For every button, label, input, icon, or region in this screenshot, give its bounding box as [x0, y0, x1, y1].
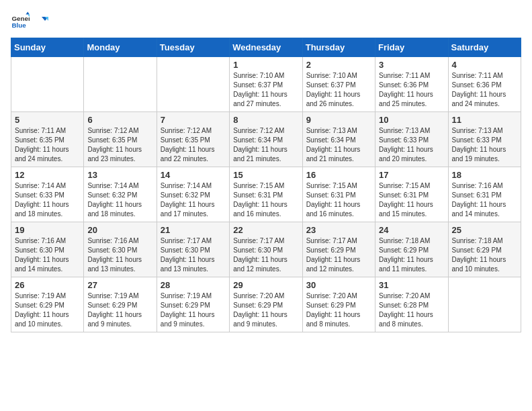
day-number: 29 — [233, 280, 298, 290]
weekday-header-tuesday: Tuesday — [157, 38, 229, 57]
calendar-cell: 28Sunrise: 7:19 AM Sunset: 6:29 PM Dayli… — [157, 277, 229, 332]
day-number: 23 — [306, 225, 371, 235]
day-info: Sunrise: 7:17 AM Sunset: 6:30 PM Dayligh… — [161, 236, 226, 274]
calendar-cell: 3Sunrise: 7:11 AM Sunset: 6:36 PM Daylig… — [375, 57, 448, 112]
day-number: 24 — [379, 225, 444, 235]
day-number: 27 — [87, 280, 152, 290]
calendar-cell: 27Sunrise: 7:19 AM Sunset: 6:29 PM Dayli… — [84, 277, 157, 332]
calendar-cell: 6Sunrise: 7:12 AM Sunset: 6:35 PM Daylig… — [84, 112, 157, 167]
day-info: Sunrise: 7:11 AM Sunset: 6:36 PM Dayligh… — [452, 71, 517, 109]
day-info: Sunrise: 7:20 AM Sunset: 6:28 PM Dayligh… — [379, 291, 444, 329]
calendar-cell: 31Sunrise: 7:20 AM Sunset: 6:28 PM Dayli… — [375, 277, 448, 332]
week-row-3: 12Sunrise: 7:14 AM Sunset: 6:33 PM Dayli… — [11, 167, 521, 222]
day-info: Sunrise: 7:14 AM Sunset: 6:32 PM Dayligh… — [161, 181, 226, 219]
calendar-cell: 16Sunrise: 7:15 AM Sunset: 6:31 PM Dayli… — [302, 167, 375, 222]
day-info: Sunrise: 7:17 AM Sunset: 6:29 PM Dayligh… — [306, 236, 371, 274]
calendar-cell: 25Sunrise: 7:18 AM Sunset: 6:29 PM Dayli… — [448, 222, 521, 277]
day-info: Sunrise: 7:11 AM Sunset: 6:35 PM Dayligh… — [15, 126, 80, 164]
logo: General Blue — [11, 11, 48, 30]
calendar-cell: 12Sunrise: 7:14 AM Sunset: 6:33 PM Dayli… — [11, 167, 84, 222]
day-info: Sunrise: 7:15 AM Sunset: 6:31 PM Dayligh… — [233, 181, 298, 219]
day-info: Sunrise: 7:11 AM Sunset: 6:36 PM Dayligh… — [379, 71, 444, 109]
calendar-cell — [448, 277, 521, 332]
weekday-header-friday: Friday — [375, 38, 448, 57]
calendar-cell: 24Sunrise: 7:18 AM Sunset: 6:29 PM Dayli… — [375, 222, 448, 277]
day-number: 14 — [161, 170, 226, 180]
day-info: Sunrise: 7:18 AM Sunset: 6:29 PM Dayligh… — [452, 236, 517, 274]
day-info: Sunrise: 7:14 AM Sunset: 6:33 PM Dayligh… — [15, 181, 80, 219]
logo-bird-icon — [34, 14, 48, 29]
day-info: Sunrise: 7:16 AM Sunset: 6:31 PM Dayligh… — [452, 181, 517, 219]
calendar-cell — [11, 57, 84, 112]
weekday-header-row: SundayMondayTuesdayWednesdayThursdayFrid… — [11, 38, 521, 57]
day-number: 6 — [87, 115, 152, 125]
calendar-cell: 10Sunrise: 7:13 AM Sunset: 6:33 PM Dayli… — [375, 112, 448, 167]
day-number: 13 — [87, 170, 152, 180]
day-number: 25 — [452, 225, 517, 235]
calendar-cell: 13Sunrise: 7:14 AM Sunset: 6:32 PM Dayli… — [84, 167, 157, 222]
day-number: 28 — [161, 280, 226, 290]
calendar-cell: 4Sunrise: 7:11 AM Sunset: 6:36 PM Daylig… — [448, 57, 521, 112]
day-number: 10 — [379, 115, 444, 125]
day-number: 20 — [87, 225, 152, 235]
week-row-5: 26Sunrise: 7:19 AM Sunset: 6:29 PM Dayli… — [11, 277, 521, 332]
weekday-header-thursday: Thursday — [302, 38, 375, 57]
week-row-2: 5Sunrise: 7:11 AM Sunset: 6:35 PM Daylig… — [11, 112, 521, 167]
day-info: Sunrise: 7:19 AM Sunset: 6:29 PM Dayligh… — [87, 291, 152, 329]
weekday-header-monday: Monday — [84, 38, 157, 57]
calendar-cell: 30Sunrise: 7:20 AM Sunset: 6:29 PM Dayli… — [302, 277, 375, 332]
day-info: Sunrise: 7:18 AM Sunset: 6:29 PM Dayligh… — [379, 236, 444, 274]
day-info: Sunrise: 7:19 AM Sunset: 6:29 PM Dayligh… — [161, 291, 226, 329]
svg-marker-2 — [26, 11, 30, 14]
day-number: 15 — [233, 170, 298, 180]
day-number: 11 — [452, 115, 517, 125]
calendar-cell: 5Sunrise: 7:11 AM Sunset: 6:35 PM Daylig… — [11, 112, 84, 167]
day-info: Sunrise: 7:13 AM Sunset: 6:33 PM Dayligh… — [452, 126, 517, 164]
day-info: Sunrise: 7:12 AM Sunset: 6:35 PM Dayligh… — [161, 126, 226, 164]
day-info: Sunrise: 7:20 AM Sunset: 6:29 PM Dayligh… — [306, 291, 371, 329]
calendar-cell: 1Sunrise: 7:10 AM Sunset: 6:37 PM Daylig… — [230, 57, 302, 112]
day-number: 21 — [161, 225, 226, 235]
day-number: 2 — [306, 60, 371, 70]
day-number: 12 — [15, 170, 80, 180]
calendar-cell: 17Sunrise: 7:15 AM Sunset: 6:31 PM Dayli… — [375, 167, 448, 222]
day-number: 1 — [233, 60, 298, 70]
day-info: Sunrise: 7:19 AM Sunset: 6:29 PM Dayligh… — [15, 291, 80, 329]
weekday-header-wednesday: Wednesday — [230, 38, 302, 57]
week-row-1: 1Sunrise: 7:10 AM Sunset: 6:37 PM Daylig… — [11, 57, 521, 112]
logo-icon: General Blue — [11, 11, 30, 30]
day-info: Sunrise: 7:12 AM Sunset: 6:34 PM Dayligh… — [233, 126, 298, 164]
calendar-cell: 20Sunrise: 7:16 AM Sunset: 6:30 PM Dayli… — [84, 222, 157, 277]
page-header: General Blue — [11, 11, 521, 30]
day-number: 4 — [452, 60, 517, 70]
calendar-cell: 2Sunrise: 7:10 AM Sunset: 6:37 PM Daylig… — [302, 57, 375, 112]
weekday-header-sunday: Sunday — [11, 38, 84, 57]
calendar-cell: 7Sunrise: 7:12 AM Sunset: 6:35 PM Daylig… — [157, 112, 229, 167]
weekday-header-saturday: Saturday — [448, 38, 521, 57]
day-number: 16 — [306, 170, 371, 180]
day-info: Sunrise: 7:13 AM Sunset: 6:34 PM Dayligh… — [306, 126, 371, 164]
day-info: Sunrise: 7:16 AM Sunset: 6:30 PM Dayligh… — [87, 236, 152, 274]
calendar-table: SundayMondayTuesdayWednesdayThursdayFrid… — [11, 38, 521, 332]
calendar-cell: 9Sunrise: 7:13 AM Sunset: 6:34 PM Daylig… — [302, 112, 375, 167]
day-number: 5 — [15, 115, 80, 125]
calendar-cell: 23Sunrise: 7:17 AM Sunset: 6:29 PM Dayli… — [302, 222, 375, 277]
day-number: 19 — [15, 225, 80, 235]
day-number: 31 — [379, 280, 444, 290]
calendar-cell: 26Sunrise: 7:19 AM Sunset: 6:29 PM Dayli… — [11, 277, 84, 332]
day-info: Sunrise: 7:14 AM Sunset: 6:32 PM Dayligh… — [87, 181, 152, 219]
calendar-cell: 18Sunrise: 7:16 AM Sunset: 6:31 PM Dayli… — [448, 167, 521, 222]
calendar-cell: 15Sunrise: 7:15 AM Sunset: 6:31 PM Dayli… — [230, 167, 302, 222]
day-number: 30 — [306, 280, 371, 290]
calendar-cell: 22Sunrise: 7:17 AM Sunset: 6:30 PM Dayli… — [230, 222, 302, 277]
day-info: Sunrise: 7:17 AM Sunset: 6:30 PM Dayligh… — [233, 236, 298, 274]
day-number: 7 — [161, 115, 226, 125]
calendar-cell: 21Sunrise: 7:17 AM Sunset: 6:30 PM Dayli… — [157, 222, 229, 277]
calendar-cell: 19Sunrise: 7:16 AM Sunset: 6:30 PM Dayli… — [11, 222, 84, 277]
day-info: Sunrise: 7:15 AM Sunset: 6:31 PM Dayligh… — [379, 181, 444, 219]
day-info: Sunrise: 7:16 AM Sunset: 6:30 PM Dayligh… — [15, 236, 80, 274]
day-info: Sunrise: 7:15 AM Sunset: 6:31 PM Dayligh… — [306, 181, 371, 219]
calendar-cell: 8Sunrise: 7:12 AM Sunset: 6:34 PM Daylig… — [230, 112, 302, 167]
day-number: 26 — [15, 280, 80, 290]
calendar-cell: 29Sunrise: 7:20 AM Sunset: 6:29 PM Dayli… — [230, 277, 302, 332]
